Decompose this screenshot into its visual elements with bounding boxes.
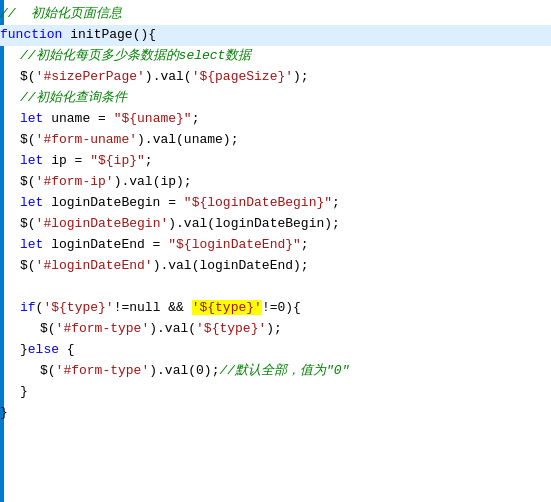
line-15-content: if('${type}'!=null && '${type}'!=0){	[20, 298, 543, 319]
code-editor: // 初始化页面信息 function initPage(){ //初始化每页多…	[0, 0, 551, 502]
line-5-content: //初始化查询条件	[20, 88, 543, 109]
keyword-function: function	[0, 27, 62, 42]
code-line-18: $('#form-type').val(0);//默认全部，值为"0"	[0, 361, 551, 382]
line-8-content: let ip = "${ip}";	[20, 151, 543, 172]
code-line-14	[0, 277, 551, 298]
line-17-content: }else {	[20, 340, 543, 361]
line-10-content: let loginDateBegin = "${loginDateBegin}"…	[20, 193, 543, 214]
line-11-content: $('#loginDateBegin').val(loginDateBegin)…	[20, 214, 543, 235]
line-4-content: $('#sizePerPage').val('${pageSize}');	[20, 67, 543, 88]
code-line-17: }else {	[0, 340, 551, 361]
line-19-content: }	[20, 382, 543, 403]
code-line-6: let uname = "${uname}";	[0, 109, 551, 130]
code-line-1: // 初始化页面信息	[0, 4, 551, 25]
function-name: initPage	[70, 27, 132, 42]
line-1-content: // 初始化页面信息	[0, 4, 543, 25]
code-line-8: let ip = "${ip}";	[0, 151, 551, 172]
code-line-7: $('#form-uname').val(uname);	[0, 130, 551, 151]
code-line-19: }	[0, 382, 551, 403]
code-block: // 初始化页面信息 function initPage(){ //初始化每页多…	[0, 0, 551, 428]
code-line-9: $('#form-ip').val(ip);	[0, 172, 551, 193]
code-line-12: let loginDateEnd = "${loginDateEnd}";	[0, 235, 551, 256]
code-line-13: $('#loginDateEnd').val(loginDateEnd);	[0, 256, 551, 277]
code-line-4: $('#sizePerPage').val('${pageSize}');	[0, 67, 551, 88]
code-line-15: if('${type}'!=null && '${type}'!=0){	[0, 298, 551, 319]
line-13-content: $('#loginDateEnd').val(loginDateEnd);	[20, 256, 543, 277]
line-12-content: let loginDateEnd = "${loginDateEnd}";	[20, 235, 543, 256]
code-line-16: $('#form-type').val('${type}');	[0, 319, 551, 340]
code-line-20: }	[0, 403, 551, 424]
code-line-5: //初始化查询条件	[0, 88, 551, 109]
line-3-content: //初始化每页多少条数据的select数据	[20, 46, 543, 67]
line-14-content	[0, 277, 543, 298]
code-line-11: $('#loginDateBegin').val(loginDateBegin)…	[0, 214, 551, 235]
line-20-content: }	[0, 403, 543, 424]
line-2-content: function initPage(){	[0, 25, 543, 46]
line-16-content: $('#form-type').val('${type}');	[40, 319, 543, 340]
line-7-content: $('#form-uname').val(uname);	[20, 130, 543, 151]
line-18-content: $('#form-type').val(0);//默认全部，值为"0"	[40, 361, 543, 382]
code-line-2: function initPage(){	[0, 25, 551, 46]
line-6-content: let uname = "${uname}";	[20, 109, 543, 130]
line-9-content: $('#form-ip').val(ip);	[20, 172, 543, 193]
code-line-3: //初始化每页多少条数据的select数据	[0, 46, 551, 67]
code-line-10: let loginDateBegin = "${loginDateBegin}"…	[0, 193, 551, 214]
